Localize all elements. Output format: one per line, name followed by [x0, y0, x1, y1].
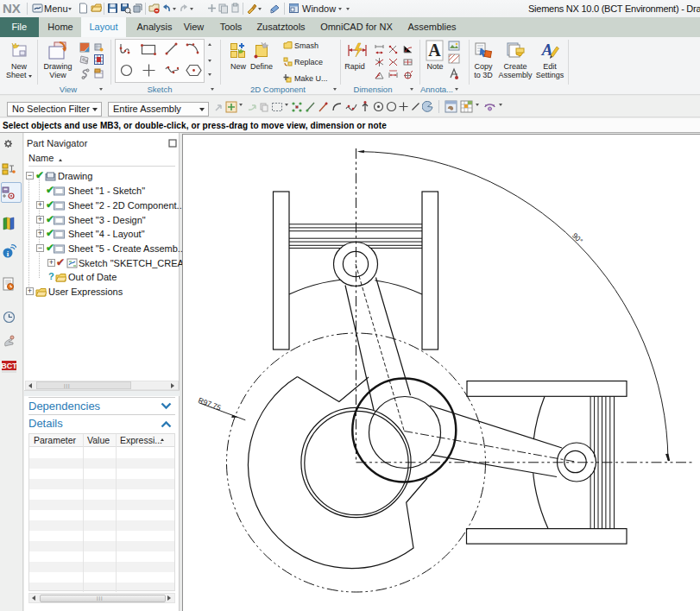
- svg-text:A: A: [428, 41, 441, 60]
- svg-text:90°: 90°: [571, 231, 584, 245]
- svg-text:BCT: BCT: [2, 362, 17, 370]
- svg-text:R97.75: R97.75: [197, 396, 222, 413]
